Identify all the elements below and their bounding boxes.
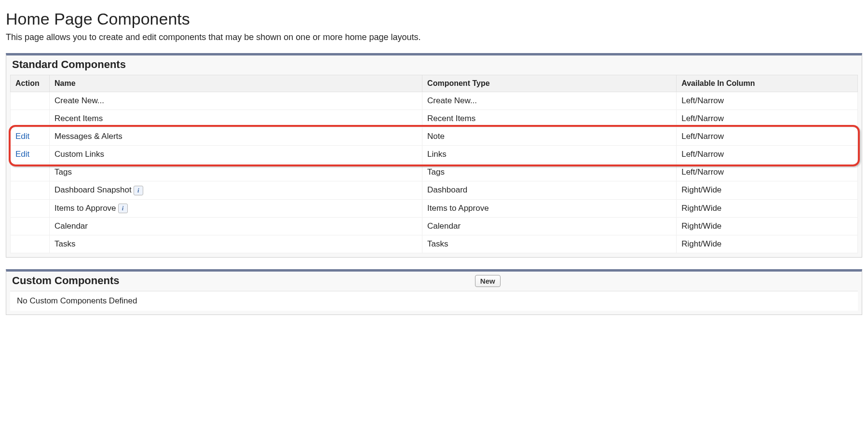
- table-row: TasksTasksRight/Wide: [11, 235, 858, 253]
- name-cell: Dashboard Snapshoti: [50, 181, 422, 200]
- name-cell: Custom Links: [50, 146, 422, 164]
- custom-panel-header: Custom Components New: [6, 272, 862, 291]
- component-name: Create New...: [54, 96, 104, 105]
- action-cell: [11, 110, 50, 128]
- custom-panel-title: Custom Components: [12, 274, 119, 287]
- table-header-row: Action Name Component Type Available In …: [11, 75, 858, 92]
- action-cell: Edit: [11, 128, 50, 146]
- col-header-type: Component Type: [422, 75, 677, 92]
- type-cell: Tasks: [422, 235, 677, 253]
- table-row: Dashboard SnapshotiDashboardRight/Wide: [11, 181, 858, 200]
- available-cell: Left/Narrow: [677, 146, 858, 164]
- action-cell: [11, 199, 50, 218]
- available-cell: Right/Wide: [677, 181, 858, 200]
- component-name: Messages & Alerts: [54, 132, 122, 141]
- action-cell: [11, 218, 50, 235]
- action-cell: [11, 235, 50, 253]
- standard-components-table: Action Name Component Type Available In …: [10, 75, 858, 253]
- type-cell: Links: [422, 146, 677, 164]
- standard-components-panel: Standard Components Action Name Componen…: [6, 53, 862, 258]
- action-cell: Edit: [11, 146, 50, 164]
- component-name: Tasks: [54, 239, 75, 248]
- type-cell: Tags: [422, 164, 677, 181]
- table-row: Recent ItemsRecent ItemsLeft/Narrow: [11, 110, 858, 128]
- col-header-action: Action: [11, 75, 50, 92]
- standard-panel-title: Standard Components: [12, 58, 126, 71]
- available-cell: Right/Wide: [677, 199, 858, 218]
- name-cell: Recent Items: [50, 110, 422, 128]
- available-cell: Right/Wide: [677, 218, 858, 235]
- name-cell: Messages & Alerts: [50, 128, 422, 146]
- available-cell: Left/Narrow: [677, 92, 858, 110]
- type-cell: Note: [422, 128, 677, 146]
- table-row: Items to ApproveiItems to ApproveRight/W…: [11, 199, 858, 218]
- type-cell: Calendar: [422, 218, 677, 235]
- available-cell: Left/Narrow: [677, 128, 858, 146]
- edit-link[interactable]: Edit: [15, 132, 29, 141]
- edit-link[interactable]: Edit: [15, 150, 29, 159]
- component-name: Recent Items: [54, 114, 103, 123]
- custom-empty-message: No Custom Components Defined: [10, 291, 858, 311]
- page-description: This page allows you to create and edit …: [6, 32, 862, 42]
- new-button[interactable]: New: [475, 275, 501, 287]
- component-name: Custom Links: [54, 150, 104, 159]
- available-cell: Left/Narrow: [677, 164, 858, 181]
- type-cell: Recent Items: [422, 110, 677, 128]
- page-title: Home Page Components: [6, 10, 862, 28]
- col-header-name: Name: [50, 75, 422, 92]
- type-cell: Create New...: [422, 92, 677, 110]
- info-icon[interactable]: i: [118, 204, 128, 213]
- available-cell: Right/Wide: [677, 235, 858, 253]
- component-name: Calendar: [54, 221, 88, 231]
- component-name: Dashboard Snapshot: [54, 185, 132, 194]
- name-cell: Create New...: [50, 92, 422, 110]
- col-header-available: Available In Column: [677, 75, 858, 92]
- type-cell: Dashboard: [422, 181, 677, 200]
- name-cell: Calendar: [50, 218, 422, 235]
- table-row: EditCustom LinksLinksLeft/Narrow: [11, 146, 858, 164]
- name-cell: Items to Approvei: [50, 199, 422, 218]
- action-cell: [11, 92, 50, 110]
- name-cell: Tasks: [50, 235, 422, 253]
- table-row: TagsTagsLeft/Narrow: [11, 164, 858, 181]
- action-cell: [11, 164, 50, 181]
- name-cell: Tags: [50, 164, 422, 181]
- action-cell: [11, 181, 50, 200]
- custom-components-panel: Custom Components New No Custom Componen…: [6, 269, 862, 315]
- type-cell: Items to Approve: [422, 199, 677, 218]
- component-name: Tags: [54, 167, 72, 177]
- table-row: Create New...Create New...Left/Narrow: [11, 92, 858, 110]
- standard-panel-header: Standard Components: [6, 55, 862, 75]
- table-row: EditMessages & AlertsNoteLeft/Narrow: [11, 128, 858, 146]
- info-icon[interactable]: i: [134, 186, 143, 195]
- available-cell: Left/Narrow: [677, 110, 858, 128]
- table-row: CalendarCalendarRight/Wide: [11, 218, 858, 235]
- component-name: Items to Approve: [54, 204, 116, 213]
